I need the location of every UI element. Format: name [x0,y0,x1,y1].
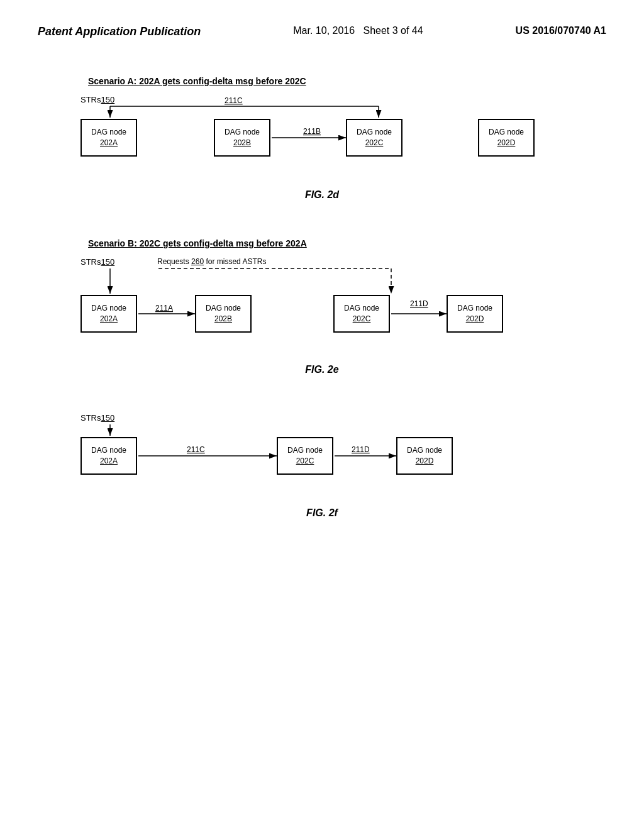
svg-text:211D: 211D [410,299,428,308]
fig2d-node-202d: DAG node 202D [478,119,535,157]
fig2e-diagram: STRs150 Requests 260 for missed ASTRs DA… [38,257,606,358]
fig2f-diagram: STRs150 DAG node 202A DAG node 202C DAG … [38,413,606,501]
fig2d-diagram: STRs150 DAG node 202A DAG node 202B DAG … [38,95,606,183]
fig2f-section: STRs150 DAG node 202A DAG node 202C DAG … [38,413,606,519]
fig2e-requests-label: Requests 260 for missed ASTRs [157,257,266,266]
fig2f-node-202c: DAG node 202C [277,437,333,475]
header-left: Patent Application Publication [38,25,201,38]
fig2d-strs-label: STRs150 [80,95,114,104]
svg-text:211B: 211B [303,127,321,136]
fig2d-section: Scenario A: 202A gets config-delta msg b… [38,76,606,201]
fig2f-node-202d: DAG node 202D [396,437,453,475]
fig2d-label: FIG. 2d [38,189,606,201]
fig2e-scenario-title: Scenario B: 202C gets config-delta msg b… [88,238,606,248]
fig2e-node-202d: DAG node 202D [447,295,503,333]
fig2d-node-202b: DAG node 202B [214,119,270,157]
fig2f-label: FIG. 2f [38,507,606,519]
fig2f-node-202a: DAG node 202A [80,437,137,475]
svg-text:211D: 211D [352,445,370,454]
fig2d-node-202c: DAG node 202C [346,119,402,157]
fig2f-strs-label: STRs150 [80,413,114,423]
fig2e-strs-label: STRs150 [80,257,114,267]
fig2e-section: Scenario B: 202C gets config-delta msg b… [38,238,606,375]
svg-text:211A: 211A [155,304,173,313]
fig2e-label: FIG. 2e [38,364,606,375]
page: Patent Application Publication Mar. 10, … [0,0,644,830]
fig2e-node-202a: DAG node 202A [80,295,137,333]
fig2d-node-202a: DAG node 202A [80,119,137,157]
fig2e-node-202b: DAG node 202B [195,295,252,333]
svg-text:211C: 211C [225,96,243,105]
svg-text:211C: 211C [187,445,205,454]
fig2e-node-202c: DAG node 202C [333,295,390,333]
fig2d-scenario-title: Scenario A: 202A gets config-delta msg b… [88,76,606,86]
header-center: Mar. 10, 2016 Sheet 3 of 44 [293,25,423,36]
page-header: Patent Application Publication Mar. 10, … [38,25,606,38]
header-right: US 2016/070740 A1 [516,25,606,36]
